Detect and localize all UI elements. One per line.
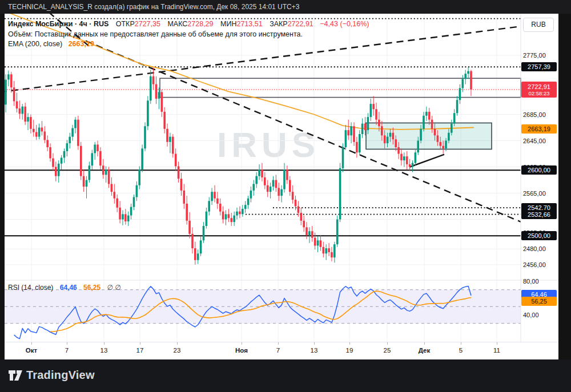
time-axis-tick	[67, 342, 67, 345]
time-axis-label: 13	[100, 347, 108, 354]
time-axis-tick	[424, 342, 425, 345]
open-value: 2727,35	[135, 20, 160, 28]
time-axis-tick	[177, 342, 178, 345]
symbol-legend-row[interactable]: Индекс МосБиржи · 4ч · RUS ОТКР2727,35 М…	[8, 20, 369, 28]
price-axis-label: 2645,00	[523, 138, 557, 144]
tradingview-logo-icon[interactable]	[8, 369, 23, 382]
price-badge-250000: 2500,00	[521, 231, 557, 240]
ema-label: EMA (200, close)	[8, 40, 62, 48]
time-axis-label: 7	[65, 347, 69, 354]
price-badge-275739: 2757,39	[521, 62, 557, 71]
time-axis-tick	[461, 342, 461, 345]
time-axis-tick	[387, 342, 388, 345]
time-axis-tick	[497, 342, 497, 345]
price-axis-label: 2565,00	[523, 190, 557, 197]
price-badge-253266: 2532,66	[521, 210, 557, 219]
time-axis-label: 23	[174, 347, 181, 354]
high-label: МАКС	[167, 20, 187, 28]
time-axis-label: 13	[311, 347, 318, 354]
rsi-ma-value: 56,25	[83, 284, 100, 292]
time-axis-label: Ноя	[235, 347, 248, 354]
rsi-value: 64,46	[60, 284, 77, 292]
footer-bar: TradingView	[0, 359, 571, 392]
ema-legend-row[interactable]: EMA (200, close) 2663,19	[8, 40, 94, 48]
rsi-axis-label: 40,00	[523, 312, 557, 318]
rsi-badge-orange: 56,25	[521, 297, 557, 306]
time-axis-label: Дек	[419, 347, 430, 354]
time-axis-tick	[314, 342, 315, 345]
price-badge-272291: 2722,9102:58:23	[521, 82, 557, 98]
tradingview-brand-text[interactable]: TradingView	[26, 369, 95, 382]
rsi-title: RSI (14, close)	[8, 284, 53, 292]
price-badge-260000: 2600,00	[521, 165, 557, 175]
volume-note: Объём: Поставщик данных не предоставляет…	[8, 30, 303, 38]
time-axis-label: 7	[276, 347, 280, 354]
time-axis-label: 17	[136, 347, 144, 354]
high-value: 2728,29	[187, 20, 213, 28]
low-label: МИН	[220, 20, 236, 28]
time-axis[interactable]: Окт7131723Ноя7131925Дек511	[5, 342, 558, 360]
change-value: −4,43 (−0,16%)	[320, 20, 369, 28]
open-label: ОТКР	[116, 20, 135, 28]
price-axis-label: 2685,00	[523, 111, 557, 118]
price-axis-label: 2775,00	[523, 52, 557, 59]
time-axis-tick	[242, 342, 242, 345]
price-axis-label: 2456,00	[523, 261, 557, 268]
price-chart-canvas[interactable]	[0, 0, 571, 359]
time-axis-tick	[104, 342, 104, 345]
time-axis-tick	[31, 342, 32, 345]
price-axis-label: 2480,00	[523, 245, 557, 252]
symbol-title[interactable]: Индекс МосБиржи · 4ч · RUS	[8, 20, 108, 28]
time-axis-tick	[278, 342, 279, 345]
time-axis-label: 5	[459, 347, 463, 354]
ema-value: 2663,19	[69, 40, 94, 48]
close-value: 2722,91	[288, 20, 313, 28]
time-axis-label: Окт	[26, 347, 37, 354]
tradingview-chart-screenshot: TECHNICAL_ANALYSIS_R создал(а) график на…	[0, 0, 571, 392]
time-axis-label: 11	[493, 347, 500, 354]
low-value: 2713,51	[236, 20, 262, 28]
time-axis-tick	[349, 342, 350, 345]
close-label: ЗАКР	[270, 20, 288, 28]
rsi-empty-marks: ∅ ∅	[107, 284, 120, 292]
rsi-legend-row[interactable]: RSI (14, close) 64,46 56,25 ∅ ∅	[8, 284, 121, 292]
time-axis-label: 25	[384, 347, 391, 354]
time-axis-tick	[140, 342, 140, 345]
time-axis-label: 19	[346, 347, 353, 354]
price-badge-266319: 2663,19	[521, 124, 557, 134]
rsi-axis-label: 80,00	[523, 278, 557, 285]
currency-button[interactable]: RUB	[523, 18, 554, 32]
volume-legend-row: Объём: Поставщик данных не предоставляет…	[8, 30, 303, 38]
